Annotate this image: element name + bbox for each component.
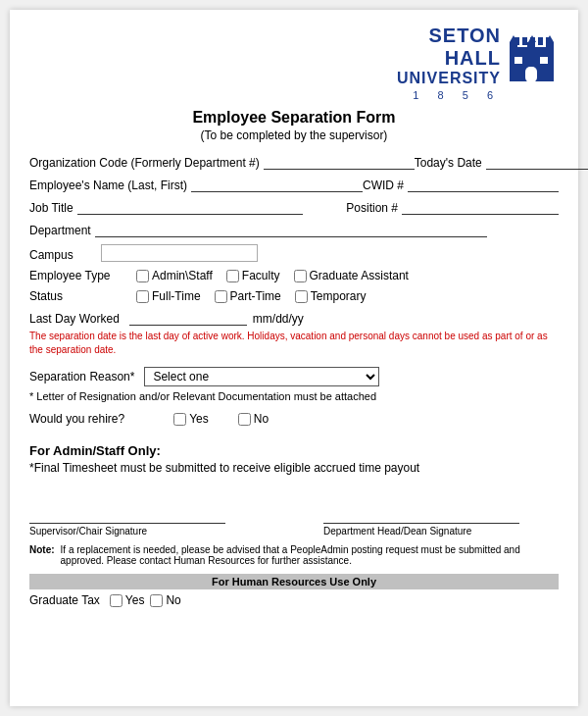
checkbox-faculty-label: Faculty [242, 269, 280, 282]
employee-type-row: Employee Type Admin\Staff Faculty Gradua… [29, 269, 559, 282]
logo-area: SETON HALL UNIVERSITY 1 8 5 6 [397, 25, 559, 101]
employee-type-checkboxes: Admin\Staff Faculty Graduate Assistant [136, 269, 409, 282]
name-cwid-row: Employee's Name (Last, First) CWID # [29, 177, 559, 192]
cwid-input[interactable] [408, 177, 559, 192]
logo-year: 1 8 5 6 [397, 89, 501, 101]
cwid-label: CWID # [363, 179, 404, 192]
admin-note: *Final Timesheet must be submitted to re… [29, 461, 559, 475]
hr-bar: For Human Resources Use Only [29, 574, 559, 589]
logo-hall: HALL [397, 47, 501, 70]
org-code-input[interactable] [264, 154, 415, 170]
rehire-row: Would you rehire? Yes No [29, 412, 559, 426]
checkbox-temporary[interactable]: Temporary [295, 289, 367, 303]
checkbox-graduate-assistant-label: Graduate Assistant [310, 269, 409, 282]
checkbox-faculty-input[interactable] [226, 270, 239, 282]
logo-top: SETON HALL UNIVERSITY 1 8 5 6 [397, 25, 559, 101]
checkbox-admin-staff-input[interactable] [136, 270, 149, 282]
grad-tax-row: Graduate Tax Yes No [29, 593, 559, 607]
rehire-yes-label[interactable]: Yes [173, 412, 209, 426]
checkbox-parttime[interactable]: Part-Time [215, 289, 281, 303]
separation-reason-label: Separation Reason* [29, 370, 134, 384]
separation-reason-row: Separation Reason* Select one [29, 367, 559, 386]
admin-title: For Admin/Staff Only: [29, 443, 559, 458]
dept-head-signature-block: Department Head/Dean Signature [323, 504, 559, 537]
rehire-no-input[interactable] [238, 413, 251, 426]
dept-row: Department [29, 222, 559, 237]
grad-tax-yes-label[interactable]: Yes [110, 593, 145, 607]
svg-rect-11 [540, 57, 548, 64]
dept-head-sig-underline [323, 504, 519, 524]
employee-name-input[interactable] [191, 177, 363, 192]
svg-rect-7 [538, 37, 543, 45]
checkbox-graduate-assistant[interactable]: Graduate Assistant [294, 269, 409, 282]
grad-tax-no-label[interactable]: No [150, 593, 180, 607]
last-day-input[interactable] [129, 310, 247, 326]
rehire-no-label[interactable]: No [238, 412, 269, 426]
form-page: SETON HALL UNIVERSITY 1 8 5 6 [10, 10, 578, 706]
note-bold-label: Note: [29, 544, 55, 566]
note-section: Note: If a replacement is needed, please… [29, 544, 559, 566]
last-day-label: Last Day Worked [29, 312, 120, 326]
separation-date-note: The separation date is the last day of a… [29, 330, 559, 357]
logo-university: UNIVERSITY [397, 70, 501, 87]
checkbox-graduate-assistant-input[interactable] [294, 270, 307, 282]
campus-input[interactable] [101, 244, 258, 262]
campus-row: Campus [29, 244, 559, 262]
checkbox-admin-staff-label: Admin\Staff [152, 269, 213, 282]
supervisor-signature-block: Supervisor/Chair Signature [29, 504, 265, 537]
svg-rect-9 [525, 67, 537, 82]
grad-tax-yes-text: Yes [125, 593, 145, 607]
department-label: Department [29, 224, 91, 237]
rehire-yes-input[interactable] [173, 413, 186, 426]
org-code-label: Organization Code (Formerly Department #… [29, 156, 260, 170]
supervisor-sig-label: Supervisor/Chair Signature [29, 526, 265, 537]
checkbox-fulltime-label: Full-Time [152, 289, 201, 303]
logo-seton: SETON [397, 25, 501, 47]
admin-section: For Admin/Staff Only: *Final Timesheet m… [29, 443, 559, 475]
svg-rect-5 [522, 37, 527, 45]
todays-date-input[interactable] [486, 154, 588, 170]
grad-tax-label: Graduate Tax [29, 593, 100, 607]
job-title-input[interactable] [77, 199, 303, 215]
checkbox-fulltime[interactable]: Full-Time [136, 289, 201, 303]
grad-tax-yes-input[interactable] [110, 594, 122, 607]
svg-rect-10 [514, 57, 522, 64]
status-checkboxes: Full-Time Part-Time Temporary [136, 289, 366, 303]
mm-dd-yy-label: mm/dd/yy [253, 312, 304, 326]
org-date-row: Organization Code (Formerly Department #… [29, 154, 559, 170]
checkbox-fulltime-input[interactable] [136, 290, 149, 303]
form-title: Employee Separation Form [29, 109, 559, 127]
dept-head-sig-label: Department Head/Dean Signature [323, 526, 559, 537]
checkbox-admin-staff[interactable]: Admin\Staff [136, 269, 213, 282]
grad-tax-no-input[interactable] [150, 594, 163, 607]
rehire-yes-text: Yes [189, 412, 209, 426]
logo-text-block: SETON HALL UNIVERSITY 1 8 5 6 [397, 25, 501, 101]
checkbox-temporary-label: Temporary [311, 289, 367, 303]
position-input[interactable] [402, 199, 559, 215]
employee-type-label: Employee Type [29, 269, 132, 282]
job-title-label: Job Title [29, 201, 74, 215]
jobtitle-position-row: Job Title Position # [29, 199, 559, 215]
castle-icon [505, 27, 559, 98]
signature-row: Supervisor/Chair Signature Department He… [29, 504, 559, 537]
attach-note: * Letter of Resignation and/or Relevant … [29, 390, 559, 402]
checkbox-parttime-input[interactable] [215, 290, 227, 303]
note-text: If a replacement is needed, please be ad… [61, 544, 559, 566]
status-label: Status [29, 289, 132, 303]
todays-date-label: Today's Date [415, 156, 482, 170]
page-header: SETON HALL UNIVERSITY 1 8 5 6 [29, 25, 559, 101]
department-input[interactable] [95, 222, 487, 237]
checkbox-faculty[interactable]: Faculty [226, 269, 280, 282]
separation-reason-select[interactable]: Select one [144, 367, 379, 386]
university-logo: SETON HALL UNIVERSITY 1 8 5 6 [397, 25, 559, 101]
grad-tax-no-text: No [166, 593, 180, 607]
checkbox-temporary-input[interactable] [295, 290, 308, 303]
checkbox-parttime-label: Part-Time [230, 289, 281, 303]
campus-label: Campus [29, 248, 74, 262]
rehire-no-text: No [254, 412, 269, 426]
form-subtitle: (To be completed by the supervisor) [29, 128, 559, 142]
rehire-label: Would you rehire? [29, 412, 124, 426]
position-label: Position # [346, 201, 398, 215]
status-row: Status Full-Time Part-Time Temporary [29, 289, 559, 303]
supervisor-sig-underline [29, 504, 225, 524]
